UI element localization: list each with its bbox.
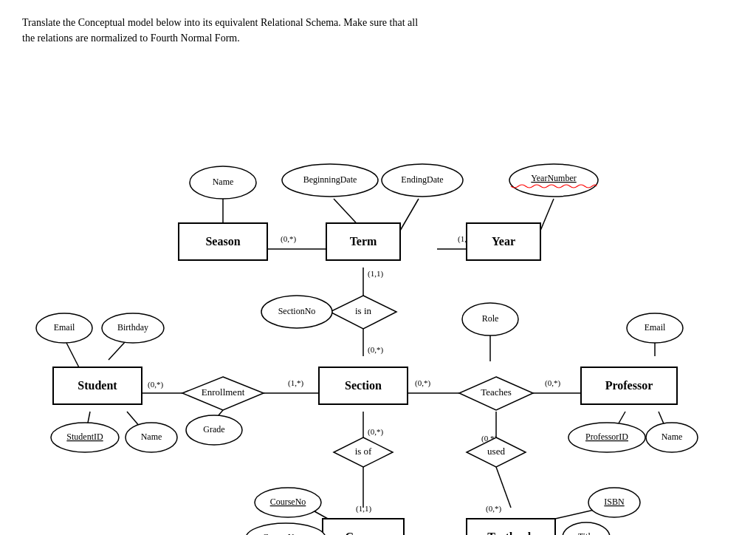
svg-text:Name: Name	[662, 432, 683, 442]
svg-text:(0,*): (0,*)	[415, 378, 430, 388]
svg-text:Student: Student	[78, 379, 117, 392]
entity-student: Student	[53, 367, 142, 404]
svg-text:Course: Course	[346, 531, 382, 535]
svg-text:ISBN: ISBN	[604, 497, 625, 507]
svg-line-6	[540, 199, 554, 231]
svg-line-10	[109, 341, 126, 360]
svg-text:(0,*): (0,*)	[486, 504, 501, 514]
svg-text:Season: Season	[205, 235, 240, 248]
instruction-line2: the relations are normalized to Fourth N…	[22, 33, 240, 44]
svg-text:is in: is in	[355, 305, 372, 316]
attribute-role: Role	[462, 303, 518, 335]
svg-text:EndingDate: EndingDate	[401, 174, 443, 185]
instructions: Translate the Conceptual model below int…	[22, 15, 687, 46]
attribute-name-professor: Name	[646, 423, 698, 452]
entity-season: Season	[179, 223, 267, 260]
svg-text:Teaches: Teaches	[481, 386, 512, 398]
relationship-isin: is in	[330, 296, 396, 329]
attribute-name-student: Name	[126, 423, 177, 452]
entity-textbook: Textbook	[467, 519, 555, 535]
relationship-isof: is of	[334, 437, 393, 467]
svg-text:CourseName: CourseName	[263, 532, 309, 535]
svg-text:(0,*): (0,*)	[281, 234, 296, 244]
attribute-birthday: Birthday	[102, 313, 164, 343]
svg-text:Name: Name	[141, 432, 162, 442]
attribute-email-professor: Email	[627, 313, 683, 343]
attribute-endingdate: EndingDate	[382, 164, 463, 197]
svg-line-15	[219, 410, 223, 415]
svg-text:Email: Email	[645, 322, 666, 333]
svg-text:Section: Section	[345, 379, 382, 392]
svg-text:(1,*): (1,*)	[288, 378, 303, 388]
svg-text:Title: Title	[578, 531, 594, 535]
svg-text:Email: Email	[54, 322, 75, 333]
svg-text:Role: Role	[482, 313, 499, 324]
attribute-beginningdate: BeginningDate	[282, 164, 378, 197]
svg-text:(0,*): (0,*)	[368, 427, 383, 437]
attribute-courseno: CourseNo	[255, 488, 321, 517]
attribute-sectionno: SectionNo	[261, 296, 332, 328]
attribute-title: Title	[563, 522, 610, 535]
svg-text:Birthday: Birthday	[117, 322, 148, 333]
svg-text:Name: Name	[213, 177, 234, 187]
entity-course: Course	[323, 519, 404, 535]
svg-text:(0,*): (0,*)	[545, 378, 560, 388]
svg-text:ProfessorID: ProfessorID	[585, 432, 628, 442]
svg-text:(1,1): (1,1)	[368, 269, 383, 279]
attribute-email-student: Email	[36, 313, 92, 343]
entity-professor: Professor	[581, 367, 677, 404]
svg-text:used: used	[487, 446, 505, 457]
svg-text:StudentID: StudentID	[66, 432, 103, 442]
relationship-teaches: Teaches	[459, 377, 533, 410]
attribute-name-season: Name	[190, 166, 256, 199]
svg-text:is of: is of	[355, 446, 372, 457]
svg-text:Textbook: Textbook	[487, 531, 535, 535]
svg-text:Year: Year	[492, 235, 515, 248]
attribute-professorid: ProfessorID	[568, 423, 645, 452]
svg-text:(0,*): (0,*)	[148, 380, 163, 389]
svg-text:Enrollment: Enrollment	[202, 386, 245, 398]
attribute-coursename: CourseName	[246, 523, 326, 535]
entity-section: Section	[319, 367, 408, 404]
svg-line-27	[496, 467, 511, 508]
svg-text:Term: Term	[350, 235, 377, 248]
relationship-enrollment: Enrollment	[182, 377, 264, 410]
svg-text:CourseNo: CourseNo	[270, 497, 306, 507]
svg-text:SectionNo: SectionNo	[278, 306, 316, 316]
svg-text:(0,*): (0,*)	[368, 345, 383, 355]
attribute-grade: Grade	[186, 415, 242, 445]
attribute-yearnumber: YearNumber	[509, 164, 598, 197]
svg-text:(1,1): (1,1)	[356, 504, 371, 514]
attribute-isbn: ISBN	[588, 488, 640, 517]
svg-text:Professor: Professor	[605, 379, 653, 392]
svg-line-3	[400, 199, 419, 231]
relationship-used: used	[467, 437, 526, 467]
svg-text:Grade: Grade	[203, 424, 224, 435]
svg-text:YearNumber: YearNumber	[531, 173, 576, 183]
entity-term: Term	[326, 223, 400, 260]
svg-text:BeginningDate: BeginningDate	[303, 174, 357, 185]
attribute-studentid: StudentID	[51, 423, 119, 452]
er-diagram: (0,*) (1,*) (1,1) (0,*) (0,*) (1,*) (0,*…	[24, 68, 732, 497]
instruction-line1: Translate the Conceptual model below int…	[22, 17, 418, 28]
entity-year: Year	[467, 223, 540, 260]
